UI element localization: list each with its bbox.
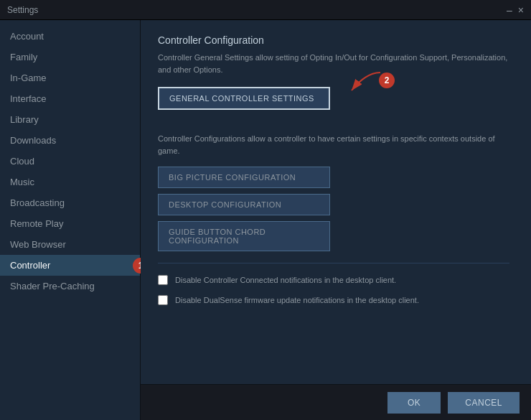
window-title: Settings [7, 5, 38, 15]
desktop-configuration-button[interactable]: DESKTOP CONFIGURATION [158, 194, 330, 215]
sidebar-item-downloads[interactable]: Downloads [0, 130, 140, 151]
badge-2: 2 [379, 73, 395, 88]
minimize-button[interactable]: – [507, 5, 512, 15]
disable-dualsense-row: Disable DualSense firmware update notifi… [158, 295, 514, 305]
sidebar-item-broadcasting[interactable]: Broadcasting [0, 192, 140, 213]
sidebar-item-shader-pre-caching[interactable]: Shader Pre-Caching [0, 276, 140, 297]
disable-connected-checkbox[interactable] [158, 275, 168, 285]
big-picture-configuration-button[interactable]: BIG PICTURE CONFIGURATION [158, 167, 330, 188]
disable-dualsense-checkbox[interactable] [158, 295, 168, 305]
sidebar-item-cloud[interactable]: Cloud [0, 151, 140, 172]
divider [158, 263, 509, 263]
general-controller-settings-button[interactable]: GENERAL CONTROLLER SETTINGS [158, 87, 330, 110]
guide-button-chord-configuration-button[interactable]: GUIDE BUTTON CHORD CONFIGURATION [158, 221, 330, 251]
bottom-bar: OK CANCEL [141, 384, 531, 420]
sidebar-item-remote-play[interactable]: Remote Play [0, 213, 140, 234]
ok-button[interactable]: OK [387, 392, 441, 414]
sidebar-item-in-game[interactable]: In-Game [0, 67, 140, 88]
arrow-annotation [330, 65, 387, 108]
close-button[interactable]: × [518, 5, 524, 15]
disable-connected-row: Disable Controller Connected notificatio… [158, 275, 514, 285]
title-bar: Settings – × [0, 0, 531, 20]
sidebar: Account Family In-Game Interface Library… [0, 20, 141, 420]
config-section-description: Controller Configurations allow a contro… [158, 133, 509, 157]
window-controls: – × [507, 5, 524, 15]
content-area: Controller Configuration Controller Gene… [141, 20, 531, 420]
main-container: Account Family In-Game Interface Library… [0, 20, 531, 420]
sidebar-item-controller[interactable]: Controller 1 [0, 255, 140, 276]
sidebar-item-web-browser[interactable]: Web Browser [0, 234, 140, 255]
sidebar-item-music[interactable]: Music [0, 172, 140, 192]
disable-connected-label[interactable]: Disable Controller Connected notificatio… [175, 276, 396, 284]
content-wrapper: Controller Configuration Controller Gene… [158, 34, 514, 358]
cancel-button[interactable]: CANCEL [448, 392, 520, 414]
sidebar-item-account[interactable]: Account [0, 26, 140, 47]
sidebar-item-interface[interactable]: Interface [0, 88, 140, 109]
sidebar-item-family[interactable]: Family [0, 47, 140, 67]
disable-dualsense-label[interactable]: Disable DualSense firmware update notifi… [175, 296, 419, 304]
section-title: Controller Configuration [158, 34, 514, 46]
sidebar-item-library[interactable]: Library [0, 109, 140, 130]
